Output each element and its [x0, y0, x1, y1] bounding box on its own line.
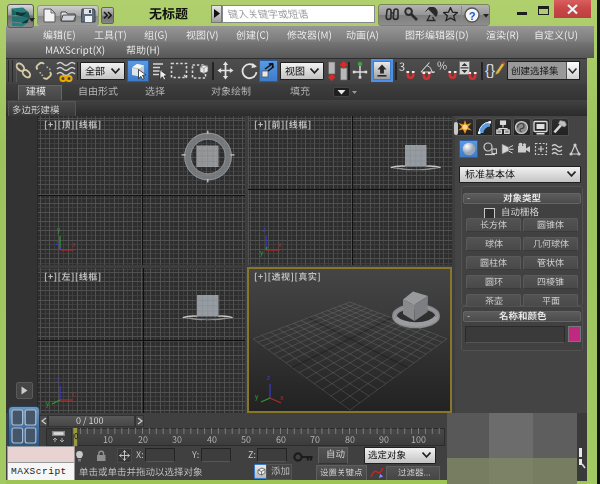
svg-text:z: z — [57, 376, 60, 383]
svg-text:x: x — [72, 241, 76, 248]
svg-text:z: z — [267, 374, 270, 381]
svg-text:x: x — [280, 394, 284, 401]
svg-text:z: z — [56, 239, 59, 246]
svg-text:x: x — [71, 391, 75, 398]
svg-text:x: x — [278, 241, 282, 248]
svg-text:y: y — [260, 249, 264, 257]
svg-text:z: z — [263, 226, 266, 233]
svg-text:y: y — [57, 226, 61, 234]
svg-text:y: y — [46, 400, 50, 408]
svg-text:y: y — [255, 393, 259, 401]
